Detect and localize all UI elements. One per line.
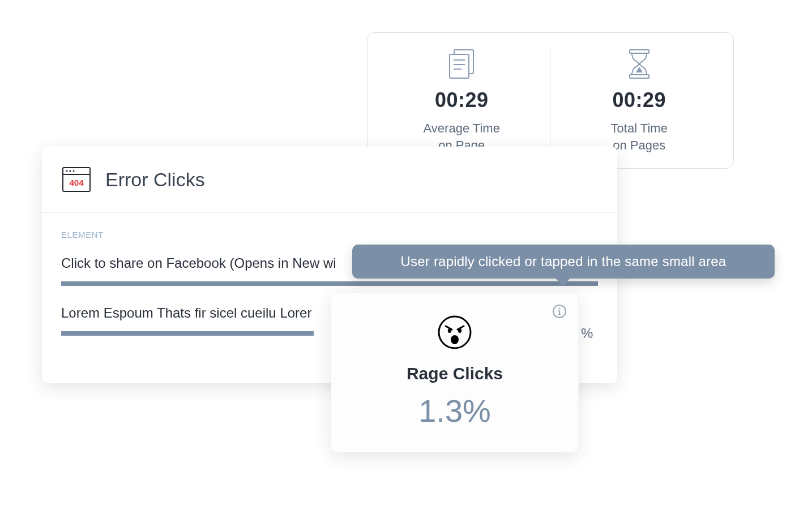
svg-rect-1	[450, 54, 469, 78]
svg-point-11	[73, 170, 75, 172]
bar-track	[61, 281, 598, 286]
svg-text:404: 404	[69, 178, 84, 187]
avg-time-value: 00:29	[435, 88, 489, 112]
svg-point-10	[70, 170, 71, 172]
rage-clicks-title: Rage Clicks	[407, 364, 503, 383]
element-column-label: ELEMENT	[61, 230, 598, 239]
total-time-stat: 00:29 Total Timeon Pages	[550, 48, 728, 153]
bar-fill	[61, 281, 598, 286]
avg-time-stat: 00:29 Average Timeon Page	[373, 48, 550, 153]
pages-icon	[446, 48, 477, 80]
bar-fill	[61, 331, 314, 336]
rage-clicks-value: 1.3%	[418, 392, 491, 429]
hourglass-icon	[626, 48, 652, 80]
angry-face-icon	[437, 314, 473, 353]
hidden-percent-text: %	[581, 326, 593, 341]
svg-point-21	[451, 335, 459, 344]
svg-point-14	[559, 308, 561, 310]
total-time-label: Total Timeon Pages	[611, 120, 668, 153]
svg-point-9	[66, 170, 68, 172]
info-icon[interactable]	[552, 304, 567, 319]
total-time-value: 00:29	[612, 88, 666, 112]
svg-point-20	[458, 328, 461, 333]
error-clicks-header: 404 Error Clicks	[42, 147, 617, 212]
rage-clicks-tooltip: User rapidly clicked or tapped in the sa…	[352, 245, 775, 279]
error-404-icon: 404	[61, 165, 92, 194]
svg-point-19	[448, 328, 451, 333]
error-clicks-title: Error Clicks	[105, 169, 205, 191]
rage-clicks-card: Rage Clicks 1.3%	[331, 292, 579, 452]
